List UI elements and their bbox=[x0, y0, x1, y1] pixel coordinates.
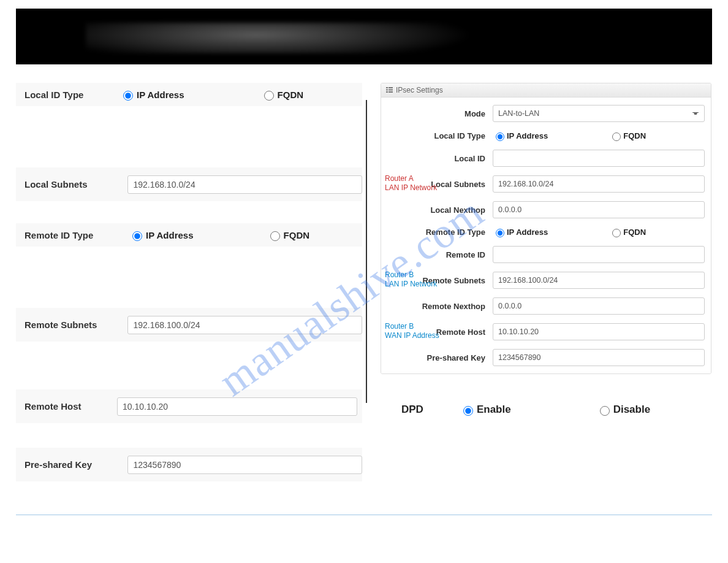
ann-router-b-1: Router B bbox=[385, 270, 414, 280]
remote-subnets-row: Remote Subnets bbox=[16, 308, 362, 342]
remote-id-type-fqdn[interactable]: FQDN bbox=[267, 229, 310, 241]
r-remote-host-row: Router B WAN IP Address Remote Host bbox=[385, 323, 705, 340]
local-id-type-ipaddress-text: IP Address bbox=[137, 90, 184, 100]
svg-rect-4 bbox=[386, 91, 388, 93]
local-id-type-row: Local ID Type IP Address FQDN bbox=[16, 83, 362, 106]
local-id-type-fqdn-radio[interactable] bbox=[264, 91, 274, 101]
r-remote-id-type-ipaddr-radio[interactable] bbox=[496, 229, 504, 237]
r-preshared-key-label: Pre-shared Key bbox=[385, 353, 493, 362]
left-column: Local ID Type IP Address FQDN Local Subn… bbox=[16, 83, 362, 481]
r-remote-subnets-input[interactable] bbox=[493, 272, 705, 289]
ann-wan-ip: WAN IP Address bbox=[385, 331, 439, 340]
remote-subnets-input[interactable] bbox=[127, 316, 362, 334]
r-remote-nexthop-input[interactable] bbox=[493, 297, 705, 315]
remote-host-row: Remote Host bbox=[16, 389, 362, 423]
dpd-disable-radio[interactable] bbox=[600, 406, 610, 416]
dpd-label: DPD bbox=[401, 404, 423, 416]
r-remote-nexthop-row: Remote Nexthop bbox=[385, 297, 705, 315]
r-preshared-key-input[interactable] bbox=[493, 349, 705, 366]
ann-lan-ip-2: LAN IP Network bbox=[385, 280, 437, 289]
r-mode-select[interactable]: LAN-to-LAN bbox=[493, 105, 705, 122]
local-subnets-row: Local Subnets bbox=[16, 167, 362, 201]
r-preshared-key-row: Pre-shared Key bbox=[385, 349, 705, 366]
svg-rect-5 bbox=[389, 91, 393, 93]
r-remote-id-input bbox=[493, 246, 705, 263]
dpd-row: DPD Enable Disable bbox=[381, 404, 711, 416]
r-local-id-type-ipaddr-radio[interactable] bbox=[496, 132, 504, 141]
local-id-type-fqdn-text: FQDN bbox=[278, 90, 304, 100]
svg-rect-2 bbox=[386, 90, 388, 91]
r-local-id-type-label: Local ID Type bbox=[385, 131, 493, 140]
r-mode-row: Mode LAN-to-LAN bbox=[385, 105, 705, 122]
r-local-id-type-fqdn[interactable]: FQDN bbox=[609, 131, 646, 141]
svg-rect-0 bbox=[386, 87, 388, 88]
remote-id-type-fqdn-text: FQDN bbox=[284, 230, 310, 240]
local-id-type-ipaddress-radio[interactable] bbox=[123, 91, 133, 101]
vertical-divider bbox=[366, 100, 367, 403]
remote-id-type-ipaddress[interactable]: IP Address bbox=[129, 229, 194, 241]
r-local-id-type-ipaddr-text: IP Address bbox=[507, 131, 548, 140]
preshared-key-label: Pre-shared Key bbox=[16, 459, 127, 470]
ann-router-b-2: Router B bbox=[385, 322, 414, 331]
r-remote-id-type-ipaddr-text: IP Address bbox=[507, 228, 548, 237]
local-id-type-ipaddress[interactable]: IP Address bbox=[120, 89, 184, 101]
local-subnets-input[interactable] bbox=[127, 175, 362, 194]
bottom-divider bbox=[16, 515, 712, 515]
dpd-enable[interactable]: Enable bbox=[460, 404, 511, 416]
right-column: IPsec Settings Mode LAN-to-LAN Local ID … bbox=[381, 83, 711, 481]
r-local-id-type-row: Local ID Type IP Address FQDN bbox=[385, 131, 705, 141]
r-remote-nexthop-label: Remote Nexthop bbox=[385, 302, 493, 311]
r-local-subnets-row: Router A LAN IP Network Local Subnets bbox=[385, 175, 705, 193]
r-remote-id-type-fqdn[interactable]: FQDN bbox=[609, 227, 646, 237]
ipsec-settings-title: IPsec Settings bbox=[396, 86, 443, 94]
dpd-disable-text: Disable bbox=[613, 404, 650, 416]
r-local-id-label: Local ID bbox=[385, 154, 493, 163]
list-icon bbox=[386, 86, 393, 94]
r-remote-id-type-row: Remote ID Type IP Address FQDN bbox=[385, 227, 705, 237]
remote-id-type-label: Remote ID Type bbox=[16, 230, 129, 240]
svg-rect-3 bbox=[389, 90, 393, 91]
remote-id-type-row: Remote ID Type IP Address FQDN bbox=[16, 223, 362, 247]
r-remote-id-label: Remote ID bbox=[385, 250, 493, 259]
preshared-key-row: Pre-shared Key bbox=[16, 448, 362, 481]
local-subnets-label: Local Subnets bbox=[16, 179, 127, 190]
dpd-enable-text: Enable bbox=[477, 404, 511, 416]
r-remote-host-input[interactable] bbox=[493, 323, 705, 340]
r-remote-id-type-fqdn-radio[interactable] bbox=[612, 229, 621, 237]
r-local-subnets-input[interactable] bbox=[493, 175, 705, 193]
r-local-nexthop-input[interactable] bbox=[493, 201, 705, 218]
r-remote-id-row: Remote ID bbox=[385, 246, 705, 263]
r-local-nexthop-label: Local Nexthop bbox=[385, 205, 493, 215]
r-remote-id-type-fqdn-text: FQDN bbox=[623, 228, 646, 237]
dpd-enable-radio[interactable] bbox=[463, 406, 473, 416]
preshared-key-input[interactable] bbox=[127, 456, 362, 474]
dpd-disable[interactable]: Disable bbox=[597, 404, 650, 416]
ipsec-settings-panel: IPsec Settings Mode LAN-to-LAN Local ID … bbox=[381, 83, 711, 374]
r-local-nexthop-row: Local Nexthop bbox=[385, 201, 705, 218]
remote-id-type-ipaddress-radio[interactable] bbox=[132, 231, 142, 241]
ipsec-settings-header: IPsec Settings bbox=[381, 83, 711, 98]
r-local-id-type-ipaddr[interactable]: IP Address bbox=[493, 131, 548, 141]
r-local-id-input bbox=[493, 150, 705, 167]
ann-lan-ip-1: LAN IP Network bbox=[385, 183, 437, 193]
remote-id-type-fqdn-radio[interactable] bbox=[270, 231, 280, 241]
ann-router-a: Router A bbox=[385, 174, 414, 183]
local-id-type-fqdn[interactable]: FQDN bbox=[261, 89, 304, 101]
remote-id-type-ipaddress-text: IP Address bbox=[146, 230, 194, 240]
r-remote-id-type-label: Remote ID Type bbox=[385, 228, 493, 237]
r-remote-subnets-row: Router B LAN IP Network Remote Subnets bbox=[385, 272, 705, 289]
local-id-type-label: Local ID Type bbox=[16, 90, 120, 100]
r-mode-label: Mode bbox=[385, 109, 493, 118]
header-banner bbox=[16, 9, 712, 64]
remote-subnets-label: Remote Subnets bbox=[16, 320, 127, 330]
r-remote-id-type-ipaddr[interactable]: IP Address bbox=[493, 227, 548, 237]
remote-host-input[interactable] bbox=[117, 397, 357, 416]
r-local-id-row: Local ID bbox=[385, 150, 705, 167]
r-local-id-type-fqdn-radio[interactable] bbox=[612, 132, 621, 141]
r-local-id-type-fqdn-text: FQDN bbox=[623, 131, 646, 140]
remote-host-label: Remote Host bbox=[16, 401, 117, 412]
svg-rect-1 bbox=[389, 87, 393, 88]
